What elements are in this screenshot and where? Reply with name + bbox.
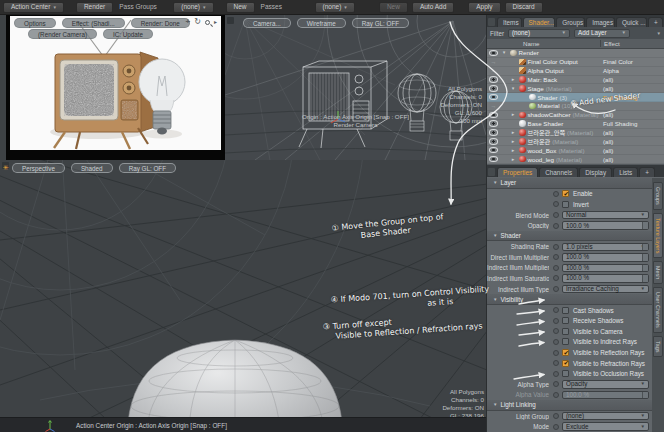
shader-tree-row[interactable]: wood_leg (Material) (all) bbox=[487, 155, 664, 164]
checkbox[interactable] bbox=[562, 349, 569, 356]
channel-dot-icon[interactable] bbox=[553, 381, 559, 387]
preview-control-button[interactable]: Options bbox=[14, 18, 56, 28]
viewport-corner-widget[interactable] bbox=[227, 17, 234, 24]
expand-arrow-icon[interactable] bbox=[502, 50, 508, 55]
toolbar-button[interactable]: Render ▾ bbox=[76, 2, 113, 13]
panel-corner-icon[interactable] bbox=[488, 18, 495, 26]
channel-dot-icon[interactable] bbox=[553, 307, 559, 313]
checkbox[interactable] bbox=[562, 370, 569, 377]
refresh-icon[interactable]: ↻ bbox=[194, 18, 201, 26]
rail-tab[interactable]: Groups bbox=[653, 182, 663, 210]
effect-cell[interactable]: (all) bbox=[600, 156, 664, 163]
shader-tree-row[interactable]: shadowCathcer (Material) (all) bbox=[487, 111, 664, 120]
rail-tab[interactable]: Mesh bbox=[653, 261, 663, 284]
panel-corner-icon[interactable] bbox=[488, 168, 495, 176]
expand-arrow-icon[interactable] bbox=[511, 157, 517, 162]
channel-dot-icon[interactable] bbox=[553, 286, 559, 292]
viewport-mode-pill[interactable]: Camera... bbox=[243, 18, 291, 28]
visibility-eye-icon[interactable] bbox=[487, 120, 500, 127]
toolbar-button[interactable]: Action Center ▾ bbox=[3, 2, 64, 13]
visibility-eye-icon[interactable] bbox=[487, 59, 500, 65]
rail-tab[interactable]: Texture Layers bbox=[653, 213, 663, 258]
panel-tab[interactable]: + bbox=[648, 17, 663, 27]
effect-cell[interactable]: Full Shading bbox=[600, 120, 664, 127]
section-collapse-icon[interactable]: ▼ bbox=[493, 402, 497, 407]
panel-tab[interactable]: Display bbox=[579, 167, 612, 177]
panel-tab[interactable]: Quick ... bbox=[616, 17, 647, 27]
value-field[interactable]: 100.0 % ▼ bbox=[562, 274, 649, 283]
shader-tree-row[interactable]: wood_Box (Material) (all) bbox=[487, 146, 664, 155]
rail-tab[interactable]: Tags bbox=[653, 336, 663, 357]
section-collapse-icon[interactable]: ▼ bbox=[493, 233, 497, 238]
preview-control-button[interactable]: IC: Update bbox=[103, 29, 153, 39]
expand-arrow-icon[interactable] bbox=[511, 77, 517, 82]
channel-dot-icon[interactable] bbox=[553, 413, 559, 419]
value-field[interactable]: Normal ▼ bbox=[562, 211, 649, 220]
channel-dot-icon[interactable] bbox=[553, 339, 559, 345]
magnify-icon[interactable] bbox=[205, 20, 210, 25]
channel-dot-icon[interactable] bbox=[553, 265, 559, 271]
effect-cell[interactable]: (all) bbox=[600, 76, 664, 83]
channel-dot-icon[interactable] bbox=[553, 191, 559, 197]
value-field[interactable]: Opacity ▼ bbox=[562, 380, 649, 389]
expand-arrow-icon[interactable] bbox=[511, 112, 517, 117]
checkbox[interactable] bbox=[562, 317, 569, 324]
shader-tree-row[interactable]: Alpha Output Alpha bbox=[487, 67, 664, 76]
checkbox[interactable] bbox=[562, 338, 569, 345]
camera-wireframe-viewport[interactable]: Camera...WireframeRay GL: OFF All Polygo… bbox=[225, 15, 486, 160]
channel-dot-icon[interactable] bbox=[553, 244, 559, 250]
viewport-mode-pill[interactable]: Perspective bbox=[12, 163, 65, 173]
panel-tab[interactable]: Images bbox=[586, 17, 615, 27]
expand-arrow-icon[interactable] bbox=[511, 148, 517, 153]
panel-tab[interactable]: Channels bbox=[539, 167, 578, 177]
panel-tab[interactable]: + bbox=[639, 167, 655, 177]
preview-control-button[interactable]: Render: Done bbox=[131, 18, 190, 28]
channel-dot-icon[interactable] bbox=[553, 275, 559, 281]
channel-dot-icon[interactable] bbox=[553, 424, 559, 430]
channel-dot-icon[interactable] bbox=[553, 350, 559, 356]
value-field[interactable]: Exclude ▼ bbox=[562, 422, 649, 431]
value-field[interactable]: 100.0 % ▼ bbox=[562, 391, 649, 400]
channel-dot-icon[interactable] bbox=[553, 223, 559, 229]
channel-dot-icon[interactable] bbox=[553, 392, 559, 398]
effect-cell[interactable]: (all) bbox=[600, 129, 664, 136]
visibility-eye-icon[interactable] bbox=[487, 68, 500, 74]
panel-tab[interactable]: Lists bbox=[613, 167, 638, 177]
filter-select[interactable]: (none)▼ bbox=[508, 29, 570, 38]
channel-dot-icon[interactable] bbox=[553, 254, 559, 260]
visibility-eye-icon[interactable] bbox=[487, 112, 500, 119]
perspective-3d-viewport[interactable]: ✳ PerspectiveShadedRay GL: OFF All Polyg… bbox=[0, 160, 487, 432]
toolbar-button[interactable]: Discard ▾ bbox=[505, 2, 543, 13]
effect-cell[interactable]: (all) bbox=[600, 138, 664, 145]
shader-tree-row[interactable]: 브라운관 (Material) (all) bbox=[487, 137, 664, 146]
toolbar-button[interactable]: (none) ▾ bbox=[315, 2, 355, 13]
shader-tree-row[interactable]: Stage (Material) (all) bbox=[487, 84, 664, 93]
effect-cell[interactable]: (all) bbox=[600, 147, 664, 154]
effect-cell[interactable]: (all) bbox=[600, 85, 664, 92]
expand-arrow-icon[interactable] bbox=[511, 86, 517, 91]
toolbar-button[interactable]: New ▾ bbox=[226, 2, 255, 13]
visibility-eye-icon[interactable] bbox=[487, 138, 500, 145]
viewport-mode-pill[interactable]: Wireframe bbox=[297, 18, 346, 28]
value-field[interactable]: 1.0 pixels ▼ bbox=[562, 243, 649, 252]
visibility-eye-icon[interactable] bbox=[487, 129, 500, 136]
viewport-mode-pill[interactable]: Ray GL: OFF bbox=[119, 163, 176, 173]
channel-dot-icon[interactable] bbox=[553, 371, 559, 377]
visibility-eye-icon[interactable] bbox=[487, 94, 500, 101]
channel-dot-icon[interactable] bbox=[553, 360, 559, 366]
viewport-menu-icon[interactable]: ✳ bbox=[3, 164, 9, 172]
effect-cell[interactable]: (all) bbox=[600, 111, 664, 118]
checkbox[interactable] bbox=[562, 190, 569, 197]
visibility-eye-icon[interactable] bbox=[487, 50, 500, 57]
panel-options-icon[interactable]: ▼ bbox=[657, 31, 661, 36]
rail-tab[interactable]: User Channels bbox=[653, 287, 663, 333]
panel-tab[interactable]: Items bbox=[497, 17, 522, 27]
shader-tree-row[interactable]: Shader (3) Full Shading bbox=[487, 93, 664, 102]
value-field[interactable]: 100.0 % ▼ bbox=[562, 221, 649, 230]
expand-arrow-icon[interactable] bbox=[511, 139, 517, 144]
section-collapse-icon[interactable]: ▼ bbox=[493, 297, 497, 302]
toolbar-button[interactable]: New ▾ bbox=[379, 2, 408, 13]
add-layer-select[interactable]: Add Layer▼ bbox=[574, 29, 630, 38]
visibility-eye-icon[interactable] bbox=[487, 85, 500, 92]
checkbox[interactable] bbox=[562, 201, 569, 208]
